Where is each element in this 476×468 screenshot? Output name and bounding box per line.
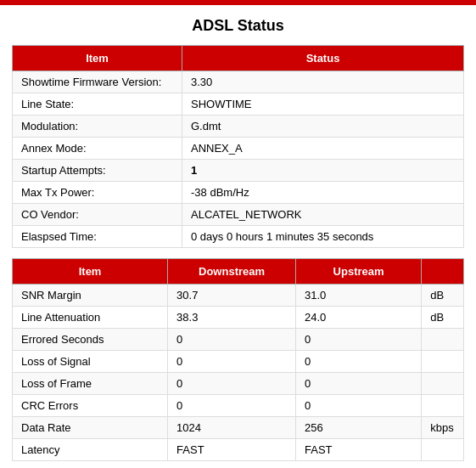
- row-item: Loss of Signal: [13, 351, 168, 373]
- row-item: Max Tx Power:: [13, 182, 182, 204]
- row-downstream: 38.3: [168, 307, 296, 329]
- table-row: Modulation:G.dmt: [13, 116, 464, 138]
- row-upstream: 31.0: [296, 285, 422, 307]
- status-table: Item Status Showtime Firmware Version:3.…: [12, 45, 464, 248]
- table-row: Loss of Frame00: [13, 373, 464, 395]
- row-downstream: 0: [168, 351, 296, 373]
- table-row: Line Attenuation38.324.0dB: [13, 307, 464, 329]
- table-row: Data Rate1024256kbps: [13, 417, 464, 439]
- table-row: Line State:SHOWTIME: [13, 93, 464, 116]
- row-item: Elaspsed Time:: [13, 226, 182, 248]
- row-status: SHOWTIME: [182, 93, 464, 116]
- row-status: 0 days 0 hours 1 minutes 35 seconds: [182, 226, 464, 248]
- row-status: ANNEX_A: [182, 138, 464, 160]
- header-downstream: Downstream: [168, 259, 296, 285]
- table-row: CO Vendor:ALCATEL_NETWORK: [13, 204, 464, 226]
- header-status: Status: [182, 46, 464, 71]
- row-unit: [422, 439, 464, 461]
- header-item: Item: [13, 46, 182, 71]
- row-item: CRC Errors: [13, 395, 168, 417]
- row-upstream: 256: [296, 417, 422, 439]
- row-status: ALCATEL_NETWORK: [182, 204, 464, 226]
- row-downstream: FAST: [168, 439, 296, 461]
- row-unit: dB: [422, 285, 464, 307]
- row-downstream: 30.7: [168, 285, 296, 307]
- row-item: Modulation:: [13, 116, 182, 138]
- row-item: Latency: [13, 439, 168, 461]
- header-item2: Item: [13, 259, 168, 285]
- row-unit: [422, 329, 464, 351]
- table-row: Max Tx Power:-38 dBm/Hz: [13, 182, 464, 204]
- row-item: Loss of Frame: [13, 373, 168, 395]
- row-item: SNR Margin: [13, 285, 168, 307]
- header-unit: [422, 259, 464, 285]
- row-unit: [422, 351, 464, 373]
- table-row: Showtime Firmware Version:3.30: [13, 71, 464, 93]
- row-status: G.dmt: [182, 116, 464, 138]
- page-title: ADSL Status: [0, 5, 476, 45]
- stats-table: Item Downstream Upstream SNR Margin30.73…: [12, 258, 464, 461]
- table-row: Errored Seconds00: [13, 329, 464, 351]
- row-item: CO Vendor:: [13, 204, 182, 226]
- row-item: Errored Seconds: [13, 329, 168, 351]
- row-status: 3.30: [182, 71, 464, 93]
- row-item: Annex Mode:: [13, 138, 182, 160]
- row-upstream: 24.0: [296, 307, 422, 329]
- row-downstream: 0: [168, 329, 296, 351]
- table-row: Elaspsed Time:0 days 0 hours 1 minutes 3…: [13, 226, 464, 248]
- row-unit: [422, 395, 464, 417]
- header-upstream: Upstream: [296, 259, 422, 285]
- row-status: 1: [182, 160, 464, 182]
- row-item: Line Attenuation: [13, 307, 168, 329]
- table-row: LatencyFASTFAST: [13, 439, 464, 461]
- row-downstream: 0: [168, 395, 296, 417]
- row-upstream: 0: [296, 395, 422, 417]
- table-row: Startup Attempts:1: [13, 160, 464, 182]
- row-status: -38 dBm/Hz: [182, 182, 464, 204]
- row-unit: kbps: [422, 417, 464, 439]
- table-row: Loss of Signal00: [13, 351, 464, 373]
- row-item: Data Rate: [13, 417, 168, 439]
- row-item: Showtime Firmware Version:: [13, 71, 182, 93]
- row-unit: [422, 373, 464, 395]
- table-row: CRC Errors00: [13, 395, 464, 417]
- table-row: SNR Margin30.731.0dB: [13, 285, 464, 307]
- row-item: Startup Attempts:: [13, 160, 182, 182]
- row-upstream: FAST: [296, 439, 422, 461]
- row-item: Line State:: [13, 93, 182, 116]
- row-unit: dB: [422, 307, 464, 329]
- row-downstream: 0: [168, 373, 296, 395]
- row-upstream: 0: [296, 351, 422, 373]
- row-upstream: 0: [296, 329, 422, 351]
- row-downstream: 1024: [168, 417, 296, 439]
- table-row: Annex Mode:ANNEX_A: [13, 138, 464, 160]
- row-upstream: 0: [296, 373, 422, 395]
- stats-table-container: Item Downstream Upstream SNR Margin30.73…: [0, 258, 476, 461]
- status-table-container: Item Status Showtime Firmware Version:3.…: [0, 45, 476, 248]
